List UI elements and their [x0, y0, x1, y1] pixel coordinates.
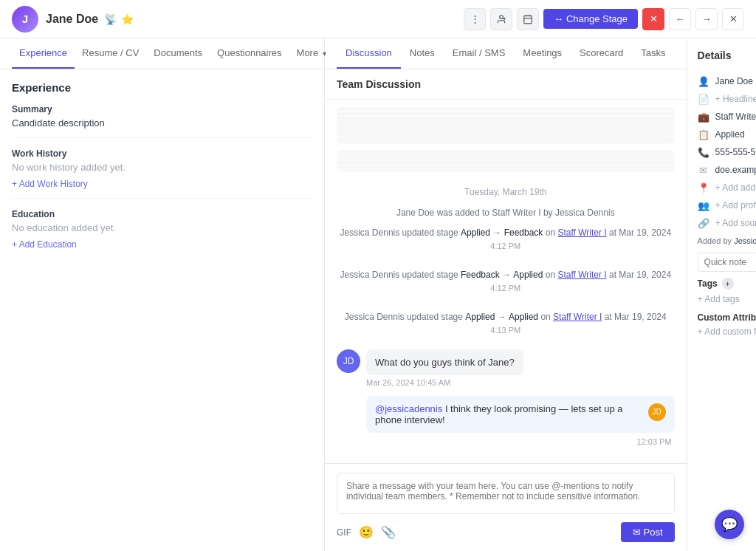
- added-by-label: Added by: [698, 236, 732, 245]
- summary-value: Candidate description: [12, 117, 312, 129]
- tab-experience[interactable]: Experience: [12, 38, 75, 69]
- detail-email: ✉ doe.example1234@gmail.com: [698, 161, 756, 179]
- top-header: J Jane Doe 📡 ⭐ ⋮ ↔ Change Stage ✕ ← → ✕: [0, 0, 756, 38]
- chat-bubble: What do you guys think of Jane?: [366, 349, 523, 375]
- chat-avatar: JD: [337, 349, 360, 373]
- back-button[interactable]: ←: [669, 8, 691, 30]
- post-button[interactable]: ✉ Post: [621, 522, 675, 542]
- compose-toolbar: GIF 🙂 📎 ✉ Post: [337, 522, 675, 542]
- chat-time: Mar 26, 2024 10:45 AM: [366, 378, 523, 387]
- svg-point-0: [500, 15, 504, 18]
- email-icon: ✉: [698, 164, 709, 176]
- tab-questionnaires[interactable]: Questionnaires: [210, 38, 289, 69]
- detail-source-value[interactable]: + Add source: [715, 218, 756, 228]
- detail-address[interactable]: 📍 + Add address: [698, 179, 756, 196]
- stage-icon: 📋: [698, 129, 709, 140]
- reply-container: @jessicadennis I think they look promisi…: [337, 396, 675, 446]
- added-by-row: Added by Jessica Dennis: [698, 236, 756, 245]
- added-event: Jane Doe was added to Staff Writer I by …: [337, 203, 675, 223]
- add-custom-field-link[interactable]: + Add custom field: [698, 326, 756, 337]
- source-icon: 🔗: [698, 217, 709, 229]
- detail-stage-value: Applied: [715, 129, 745, 140]
- rss-icon[interactable]: 📡: [104, 13, 117, 25]
- header-actions: ⋮ ↔ Change Stage ✕ ← → ✕: [464, 8, 744, 30]
- work-history-label: Work History: [12, 148, 312, 159]
- chat-area: Tuesday, March 19th Jane Doe was added t…: [325, 100, 687, 463]
- tab-resume[interactable]: Resume / CV: [75, 38, 146, 69]
- avatar: J: [12, 6, 38, 32]
- emoji-button[interactable]: 🙂: [359, 525, 374, 539]
- person-add-button[interactable]: [490, 8, 512, 30]
- support-chat-bubble[interactable]: 💬: [715, 510, 744, 539]
- detail-profile[interactable]: 👥 + Add profile: [698, 196, 756, 214]
- middle-tabs: Discussion Notes Email / SMS Meetings Sc…: [325, 38, 687, 69]
- detail-stage: 📋 Applied: [698, 126, 756, 143]
- attachment-button[interactable]: 📎: [381, 525, 396, 539]
- gif-button[interactable]: GIF: [337, 527, 351, 538]
- tab-tasks[interactable]: Tasks: [632, 38, 674, 69]
- reject-button[interactable]: ✕: [642, 8, 664, 30]
- change-stage-button[interactable]: ↔ Change Stage: [543, 9, 638, 29]
- reply-mention: @jessicadennis: [375, 403, 442, 414]
- discussion-content: Team Discussion Tuesday, March 19th Jane…: [325, 69, 687, 551]
- detail-headline-value[interactable]: + Headline: [715, 94, 756, 104]
- blurred-block-1: [337, 107, 675, 144]
- tab-email-sms[interactable]: Email / SMS: [444, 38, 515, 69]
- reply-avatar: JD: [648, 403, 666, 421]
- detail-source[interactable]: 🔗 + Add source: [698, 214, 756, 232]
- tab-discussion[interactable]: Discussion: [337, 38, 401, 69]
- detail-headline[interactable]: 📄 + Headline: [698, 90, 756, 108]
- add-education-link[interactable]: + Add Education: [12, 239, 77, 250]
- forward-button[interactable]: →: [695, 8, 718, 30]
- blurred-block-2: [337, 150, 675, 172]
- middle-panel: Discussion Notes Email / SMS Meetings Sc…: [325, 38, 687, 551]
- left-panel: Experience Resume / CV Documents Questio…: [0, 38, 325, 551]
- headline-icon: 📄: [698, 93, 709, 105]
- detail-address-value[interactable]: + Add address: [715, 182, 756, 193]
- close-button[interactable]: ✕: [722, 8, 744, 30]
- tab-meetings[interactable]: Meetings: [514, 38, 571, 69]
- tab-notes[interactable]: Notes: [401, 38, 444, 69]
- left-tabs: Experience Resume / CV Documents Questio…: [0, 38, 324, 69]
- quick-note-input[interactable]: [698, 253, 756, 272]
- reply-bubble: @jessicadennis I think they look promisi…: [366, 396, 675, 433]
- add-work-history-link[interactable]: + Add Work History: [12, 179, 88, 189]
- profile-icon: 👥: [698, 199, 709, 211]
- detail-job: 💼 Staff Writer I: [698, 108, 756, 126]
- detail-profile-value[interactable]: + Add profile: [715, 200, 756, 211]
- compose-area: GIF 🙂 📎 ✉ Post: [325, 463, 687, 551]
- tags-label: Tags: [698, 278, 718, 289]
- detail-phone: 📞 555-555-5555: [698, 143, 756, 161]
- add-tag-link[interactable]: + Add tags: [698, 294, 756, 304]
- change-stage-label: ↔ Change Stage: [554, 13, 628, 24]
- stage-update-3: Jessica Dennis updated stage Applied → A…: [337, 307, 675, 340]
- address-icon: 📍: [698, 182, 709, 194]
- add-tag-button[interactable]: +: [722, 278, 734, 290]
- custom-attributes-row: Custom Attributes +: [698, 312, 756, 324]
- phone-icon: 📞: [698, 146, 709, 158]
- person-icon: 👤: [698, 75, 709, 87]
- custom-attributes-label: Custom Attributes: [698, 312, 756, 323]
- chat-message: JD What do you guys think of Jane? Mar 2…: [337, 349, 675, 387]
- main-layout: Experience Resume / CV Documents Questio…: [0, 38, 756, 551]
- tab-scorecard[interactable]: Scorecard: [571, 38, 632, 69]
- stage-update-2: Jessica Dennis updated stage Feedback → …: [337, 265, 675, 298]
- stage-update-1: Jessica Dennis updated stage Applied → F…: [337, 223, 675, 256]
- header-icons: 📡 ⭐: [104, 13, 134, 25]
- reply-time: 12:03 PM: [337, 437, 675, 446]
- star-icon[interactable]: ⭐: [121, 13, 134, 25]
- compose-textarea[interactable]: [337, 473, 675, 514]
- calendar-button[interactable]: [517, 8, 539, 30]
- tab-documents[interactable]: Documents: [146, 38, 210, 69]
- tags-row: Tags +: [698, 278, 756, 290]
- detail-name-value: Jane Doe: [715, 76, 753, 86]
- svg-rect-3: [524, 16, 532, 23]
- detail-job-value: Staff Writer I: [715, 112, 756, 122]
- quick-note-row: 🔒: [698, 253, 756, 272]
- education-label: Education: [12, 209, 312, 219]
- details-title: Details: [698, 49, 732, 61]
- right-panel: Details ⊞ ☰ 👤 Jane Doe 📄 + Headline 💼 St…: [687, 38, 756, 551]
- detail-phone-value: 555-555-5555: [715, 147, 756, 157]
- experience-section-title: Experience: [12, 81, 312, 94]
- more-options-button[interactable]: ⋮: [464, 8, 486, 30]
